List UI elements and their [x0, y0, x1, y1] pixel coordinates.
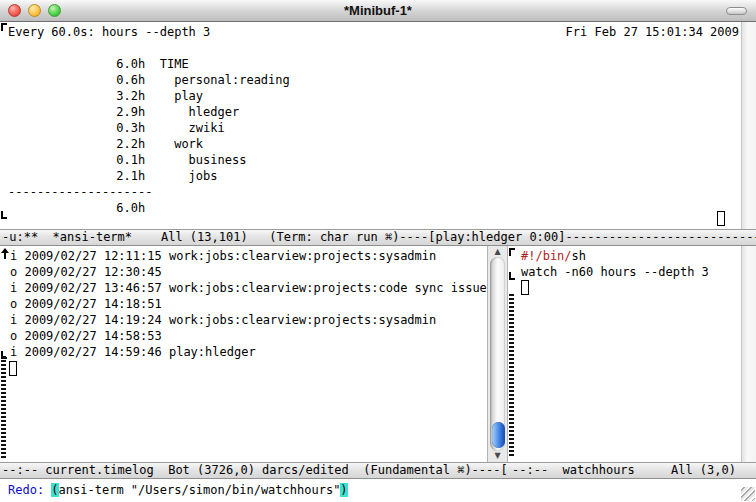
buffer-end-fringe-icon	[1, 211, 7, 219]
open-paren-highlight: (	[51, 483, 58, 497]
hours-report[interactable]: 6.0h TIME 0.6h personal:reading 3.2h pla…	[8, 40, 290, 216]
ansi-term-window[interactable]: Every 60.0s: hours --depth 3 Fri Feb 27 …	[0, 22, 756, 229]
watch-timestamp: Fri Feb 27 15:01:34 2009	[566, 24, 739, 40]
buffer-top-fringe-icon	[1, 23, 7, 31]
buffer-top-fringe-icon	[509, 248, 515, 256]
modeline-timelog[interactable]: --:-- current.timelog Bot (3726,0) darcs…	[0, 462, 508, 479]
timelog-scrollbar[interactable]: ▲ ▼	[487, 246, 508, 462]
timelog-window[interactable]: i 2009/02/27 12:11:15 work:jobs:clearvie…	[0, 246, 487, 462]
watch-command-header: Every 60.0s: hours --depth 3	[8, 24, 210, 40]
minibuffer-message: Redo: (ansi-term "/Users/simon/bin/watch…	[8, 482, 348, 498]
watch-line: watch -n60 hours --depth 3	[521, 264, 709, 280]
timelog-entries[interactable]: i 2009/02/27 12:11:15 work:jobs:clearvie…	[10, 248, 487, 360]
script-source[interactable]: #!/bin/sh watch -n60 hours --depth 3	[521, 248, 709, 280]
resize-grip[interactable]	[741, 487, 755, 501]
shebang-interp: sh	[572, 249, 586, 263]
empty-lines-fringe-icon	[509, 294, 514, 458]
minibuffer[interactable]: Redo: (ansi-term "/Users/simon/bin/watch…	[0, 479, 756, 502]
terminal-cursor	[717, 211, 725, 226]
script-scrollbar-track[interactable]	[741, 246, 756, 462]
term-scrollbar-track[interactable]	[741, 22, 756, 229]
redo-prompt: Redo:	[8, 483, 51, 497]
modeline-watchhours[interactable]: --:-- watchhours All (3,0)	[508, 462, 756, 479]
toolbar-toggle-button[interactable]	[726, 7, 747, 15]
redo-command: ansi-term "/Users/simon/bin/watchhours"	[59, 483, 341, 497]
scrollbar-thumb[interactable]	[492, 422, 505, 448]
buffer-end-fringe-icon	[509, 272, 515, 280]
window-title: *Minibuf-1*	[0, 0, 756, 22]
emacs-frame: *Minibuf-1* Every 60.0s: hours --depth 3…	[0, 0, 756, 502]
text-above-fringe-icon	[0, 248, 9, 260]
scroll-down-arrow-icon[interactable]: ▼	[488, 451, 507, 461]
watchhours-window[interactable]: #!/bin/sh watch -n60 hours --depth 3	[508, 246, 741, 462]
shebang-path: #!/bin/	[521, 249, 572, 263]
scroll-up-arrow-icon[interactable]: ▲	[488, 247, 507, 257]
close-paren-highlight: )	[340, 483, 347, 497]
titlebar[interactable]: *Minibuf-1*	[0, 0, 756, 22]
shebang-line: #!/bin/sh	[521, 248, 709, 264]
timelog-cursor	[9, 361, 17, 376]
empty-lines-fringe-icon	[1, 356, 6, 460]
script-cursor	[521, 280, 529, 295]
modeline-ansi-term[interactable]: -u:** *ansi-term* All (13,101) (Term: ch…	[0, 229, 756, 246]
